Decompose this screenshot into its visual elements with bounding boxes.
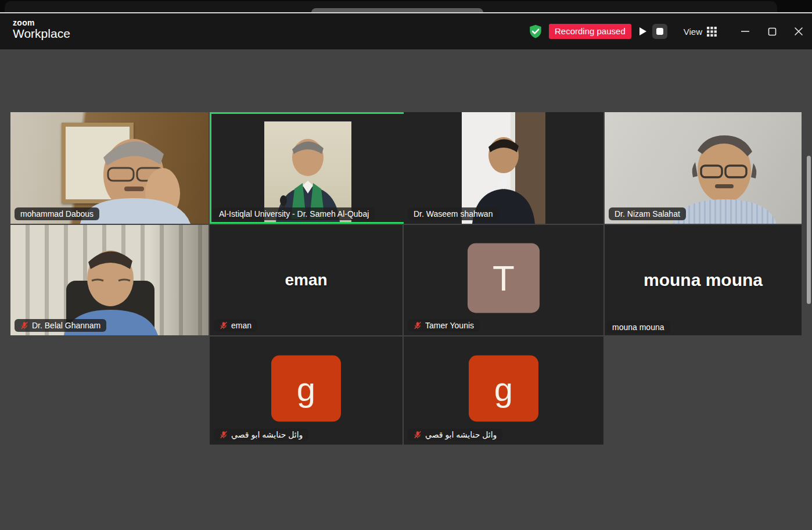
security-shield-icon[interactable] bbox=[528, 24, 543, 39]
tile-mouna-mouna[interactable]: mouna mouna mouna mouna bbox=[605, 225, 802, 335]
grid-view-icon bbox=[707, 27, 717, 37]
tile-wael-hanaysheh-2[interactable]: g وائل حنايشه ابو قصي bbox=[404, 336, 603, 445]
stop-recording-button[interactable] bbox=[652, 24, 667, 39]
maximize-button[interactable] bbox=[759, 18, 785, 45]
participant-name: eman bbox=[231, 321, 251, 330]
muted-mic-icon bbox=[414, 321, 422, 330]
zoom-meeting-window: zoom Workplace Recording paused View bbox=[0, 0, 812, 530]
tile-tamer-younis[interactable]: T Tamer Younis bbox=[404, 225, 603, 335]
view-button[interactable]: View bbox=[684, 27, 717, 37]
logo-zoom-text: zoom bbox=[13, 19, 70, 27]
meeting-toolbar: Audio Video bbox=[0, 497, 812, 530]
display-name: mouna mouna bbox=[605, 225, 802, 335]
gallery-scrollbar[interactable] bbox=[807, 156, 811, 304]
participant-nametag: Al-Istiqlal University - Dr. Sameh Al-Qu… bbox=[213, 207, 375, 220]
participant-name: mouna mouna bbox=[612, 323, 664, 332]
participant-nametag: Dr. Belal Ghannam bbox=[15, 319, 106, 332]
muted-mic-icon bbox=[220, 321, 228, 330]
muted-mic-icon bbox=[20, 321, 28, 330]
video-tile-mohammad-dabous[interactable]: mohammad Dabous bbox=[10, 112, 209, 224]
participant-name: وائل حنايشه ابو قصي bbox=[231, 430, 303, 439]
participant-nametag: mohammad Dabous bbox=[15, 207, 99, 220]
participant-nametag: Tamer Younis bbox=[408, 319, 480, 332]
stop-icon bbox=[656, 28, 663, 35]
participant-nametag: eman bbox=[214, 319, 257, 332]
avatar: T bbox=[468, 243, 540, 313]
participant-name: Dr. Waseem shahwan bbox=[414, 209, 493, 219]
participant-nametag: mouna mouna bbox=[606, 321, 670, 334]
tile-wael-hanaysheh-1[interactable]: g وائل حنايشه ابو قصي bbox=[210, 336, 403, 445]
muted-mic-icon bbox=[220, 431, 228, 439]
minimize-button[interactable] bbox=[732, 18, 759, 45]
video-tile-waseem-shahwan[interactable]: Dr. Waseem shahwan bbox=[404, 112, 603, 224]
resume-recording-button[interactable] bbox=[634, 23, 651, 40]
muted-mic-icon bbox=[414, 431, 422, 439]
zoom-workplace-logo: zoom Workplace bbox=[13, 19, 70, 41]
view-label: View bbox=[684, 27, 702, 37]
participant-name: Dr. Nizam Salahat bbox=[615, 209, 680, 219]
participant-nametag: وائل حنايشه ابو قصي bbox=[408, 428, 502, 441]
play-icon bbox=[637, 26, 648, 37]
participant-nametag: وائل حنايشه ابو قصي bbox=[214, 428, 308, 441]
video-tile-sameh-alqubaj-active-speaker[interactable]: Al-Istiqlal University - Dr. Sameh Al-Qu… bbox=[210, 112, 406, 224]
tile-eman[interactable]: eman eman bbox=[210, 225, 403, 335]
participant-name: Dr. Belal Ghannam bbox=[32, 321, 100, 330]
participant-name: Tamer Younis bbox=[425, 321, 474, 330]
video-tile-belal-ghannam[interactable]: Dr. Belal Ghannam bbox=[10, 225, 209, 335]
participant-name: Al-Istiqlal University - Dr. Sameh Al-Qu… bbox=[219, 209, 369, 219]
participant-name: mohammad Dabous bbox=[20, 209, 94, 219]
titlebar: zoom Workplace Recording paused View bbox=[0, 13, 812, 49]
participant-nametag: Dr. Nizam Salahat bbox=[609, 207, 686, 220]
close-window-button[interactable] bbox=[785, 18, 812, 45]
participant-name: وائل حنايشه ابو قصي bbox=[425, 430, 497, 439]
participant-nametag: Dr. Waseem shahwan bbox=[408, 207, 498, 220]
video-tile-nizam-salahat[interactable]: Dr. Nizam Salahat bbox=[605, 112, 802, 224]
avatar: g bbox=[271, 356, 341, 422]
avatar: g bbox=[469, 356, 538, 422]
logo-workplace-text: Workplace bbox=[13, 27, 70, 41]
recording-paused-badge: Recording paused bbox=[549, 24, 631, 39]
